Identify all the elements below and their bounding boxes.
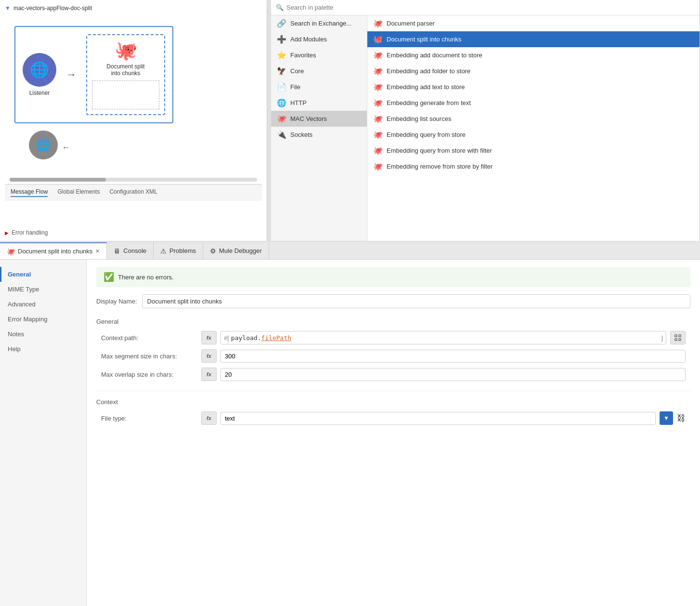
bottom-section: 🐙 Document split into chunks ✕ 🖥 Console… — [0, 242, 700, 606]
item-icon-8: 🐙 — [373, 146, 383, 155]
panel-resizer[interactable] — [267, 0, 271, 241]
cat-mac-vectors[interactable]: 🐙 MAC Vectors — [271, 111, 367, 127]
flow-canvas: ▼ mac-vectors-appFlow-doc-split 🌐 Listen… — [0, 0, 267, 241]
context-path-fx-btn[interactable]: fx — [201, 331, 217, 344]
nav-notes[interactable]: Notes — [0, 327, 86, 342]
listener-label: Listener — [29, 90, 50, 96]
tab-config-xml[interactable]: Configuration XML — [109, 188, 157, 197]
cat-favorites[interactable]: ⭐ Favorites — [271, 47, 367, 63]
tab-global-elements[interactable]: Global Elements — [57, 188, 100, 197]
display-name-input[interactable] — [142, 294, 690, 308]
item-label-6: Embedding list sources — [387, 115, 451, 122]
cat-file[interactable]: 📄 File — [271, 79, 367, 95]
config-sidebar: General MIME Type Advanced Error Mapping… — [0, 260, 87, 606]
item-embedding-list[interactable]: 🐙 Embedding list sources — [367, 111, 700, 127]
item-embedding-remove[interactable]: 🐙 Embedding remove from store by filter — [367, 158, 700, 174]
config-area: General MIME Type Advanced Error Mapping… — [0, 260, 700, 606]
nav-help[interactable]: Help — [0, 342, 86, 356]
bottom-tabs-bar: 🐙 Document split into chunks ✕ 🖥 Console… — [0, 242, 700, 260]
item-embedding-add-doc[interactable]: 🐙 Embedding add document to store — [367, 47, 700, 63]
nav-mime-type[interactable]: MIME Type — [0, 282, 86, 297]
item-label-7: Embedding query from store — [387, 131, 466, 138]
tab-debugger-label: Mule Debugger — [219, 247, 262, 254]
tab-message-flow[interactable]: Message Flow — [11, 188, 48, 197]
item-icon-7: 🐙 — [373, 130, 383, 139]
file-type-label: File type: — [101, 415, 197, 422]
nav-error-mapping[interactable]: Error Mapping — [0, 312, 86, 327]
max-segment-row: Max segment size in chars: fx — [96, 349, 690, 363]
max-segment-input[interactable] — [220, 350, 686, 363]
cat-sockets-label: Sockets — [290, 131, 312, 138]
add-icon: ➕ — [277, 35, 286, 44]
http-icon: 🌐 — [277, 98, 286, 107]
file-type-input[interactable] — [220, 412, 656, 425]
search-input[interactable] — [286, 4, 695, 11]
cat-core[interactable]: 🦅 Core — [271, 63, 367, 79]
grid-icon-btn[interactable] — [670, 331, 686, 344]
item-label-5: Embedding generate from text — [387, 99, 471, 106]
item-label-8: Embedding query from store with filter — [387, 147, 492, 154]
tab-console[interactable]: 🖥 Console — [107, 242, 154, 259]
chunk-node[interactable]: 🐙 Document splitinto chunks — [86, 34, 165, 115]
palette-content: 🔗 Search in Exchange... ➕ Add Modules ⭐ … — [271, 15, 700, 241]
cat-modules[interactable]: ➕ Add Modules — [271, 31, 367, 47]
item-icon-1: 🐙 — [373, 35, 383, 44]
svg-rect-3 — [679, 339, 681, 341]
tab-document-split[interactable]: 🐙 Document split into chunks ✕ — [0, 242, 107, 259]
tab-console-label: Console — [123, 247, 146, 254]
context-path-label: Context path: — [101, 334, 197, 342]
tab-problems[interactable]: ⚠ Problems — [154, 242, 203, 259]
chain-icon[interactable]: ⛓ — [677, 413, 686, 423]
expand-icon[interactable]: ▼ — [5, 5, 11, 12]
cat-sockets[interactable]: 🔌 Sockets — [271, 127, 367, 143]
octopus-icon: 🐙 — [115, 40, 137, 61]
context-section: Context File type: fx ▼ ⛓ — [96, 398, 690, 425]
check-icon: ✅ — [104, 272, 114, 282]
item-label-4: Embedding add text to store — [387, 83, 465, 91]
context-path-row: Context path: fx #[ payload.filePath ] — [96, 331, 690, 344]
cat-exchange[interactable]: 🔗 Search in Exchange... — [271, 15, 367, 31]
cat-http[interactable]: 🌐 HTTP — [271, 95, 367, 111]
max-segment-label: Max segment size in chars: — [101, 353, 197, 360]
filepath-text: filePath — [261, 334, 291, 342]
file-type-fx-btn[interactable]: fx — [201, 411, 217, 425]
nav-general[interactable]: General — [0, 267, 86, 282]
item-embedding-generate[interactable]: 🐙 Embedding generate from text — [367, 95, 700, 111]
display-name-row: Display Name: — [96, 294, 690, 308]
item-icon-6: 🐙 — [373, 114, 383, 123]
cat-file-label: File — [290, 83, 300, 91]
response-node[interactable]: 🌐 — [29, 131, 58, 159]
flow-title-text: mac-vectors-appFlow-doc-split — [13, 5, 92, 12]
no-errors-text: There are no errors. — [118, 274, 174, 281]
item-icon-0: 🐙 — [373, 19, 383, 28]
tab-close-button[interactable]: ✕ — [95, 248, 100, 254]
listener-node[interactable]: 🌐 Listener — [23, 53, 56, 96]
cat-core-label: Core — [290, 67, 304, 75]
context-path-value[interactable]: payload.filePath — [231, 334, 660, 342]
item-document-parser[interactable]: 🐙 Document parser — [367, 15, 700, 31]
palette-panel: 🔍 🔗 Search in Exchange... ➕ Add Modules … — [271, 0, 700, 241]
tab-debugger[interactable]: ⚙ Mule Debugger — [203, 242, 269, 259]
item-document-split[interactable]: 🐙 Document split into chunks — [367, 31, 700, 47]
nav-advanced[interactable]: Advanced — [0, 297, 86, 312]
item-embedding-query-filter[interactable]: 🐙 Embedding query from store with filter — [367, 143, 700, 158]
flow-connector: → — [66, 68, 77, 81]
max-overlap-input[interactable] — [220, 368, 686, 381]
star-icon: ⭐ — [277, 51, 286, 60]
max-segment-fx-btn[interactable]: fx — [201, 349, 217, 363]
error-handling[interactable]: ▶ Error handling — [5, 229, 48, 236]
file-type-dropdown-btn[interactable]: ▼ — [660, 411, 673, 425]
context-path-input-wrapper: #[ payload.filePath ] — [220, 331, 666, 344]
cat-http-label: HTTP — [290, 99, 307, 106]
console-icon: 🖥 — [114, 247, 120, 255]
core-icon: 🦅 — [277, 66, 286, 76]
horizontal-scrollbar[interactable] — [5, 178, 262, 182]
palette-categories: 🔗 Search in Exchange... ➕ Add Modules ⭐ … — [271, 15, 367, 241]
item-embedding-query[interactable]: 🐙 Embedding query from store — [367, 127, 700, 143]
close-bracket: ] — [661, 334, 663, 342]
item-embedding-add-folder[interactable]: 🐙 Embedding add folder to store — [367, 63, 700, 79]
debugger-icon: ⚙ — [210, 247, 216, 255]
max-overlap-fx-btn[interactable]: fx — [201, 368, 217, 381]
item-icon-5: 🐙 — [373, 98, 383, 107]
item-embedding-add-text[interactable]: 🐙 Embedding add text to store — [367, 79, 700, 95]
